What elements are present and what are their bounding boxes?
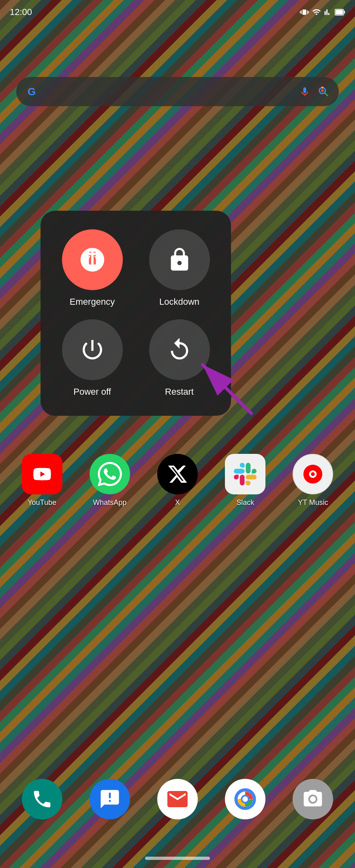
svg-line-5 — [325, 93, 327, 96]
search-bar[interactable]: G — [16, 77, 339, 106]
restart-label: Restart — [165, 387, 194, 397]
camera-app[interactable] — [293, 779, 333, 819]
emergency-button[interactable]: ((·)) Emergency — [53, 225, 132, 311]
status-icons — [300, 8, 345, 17]
whatsapp-app[interactable]: WhatsApp — [90, 454, 130, 507]
x-icon — [157, 454, 198, 494]
camera-icon — [293, 779, 333, 819]
svg-point-4 — [321, 89, 324, 92]
wifi-icon — [312, 8, 321, 17]
svg-point-13 — [311, 472, 315, 476]
app-row-1: YouTube WhatsApp X — [0, 454, 355, 507]
whatsapp-label: WhatsApp — [93, 498, 126, 507]
restart-button[interactable]: Restart — [140, 315, 219, 401]
svg-point-6 — [321, 87, 323, 89]
gmail-icon — [157, 779, 198, 819]
lockdown-label: Lockdown — [159, 297, 199, 307]
signal-icon — [324, 8, 331, 17]
slack-icon — [225, 454, 265, 494]
x-app[interactable]: X — [157, 454, 198, 507]
lockdown-button[interactable]: Lockdown — [140, 225, 219, 311]
phone-app[interactable] — [22, 779, 62, 819]
power-menu: ((·)) Emergency Lockdown Power off Resta… — [41, 211, 231, 416]
ytmusic-icon — [293, 454, 333, 494]
vibrate-icon — [300, 8, 309, 17]
phone-icon — [22, 779, 62, 819]
dim-overlay — [0, 0, 355, 868]
youtube-label: YouTube — [28, 498, 56, 507]
messages-app[interactable] — [90, 779, 130, 819]
messages-icon — [90, 779, 130, 819]
emergency-label: Emergency — [70, 297, 115, 307]
power-off-circle — [62, 319, 123, 380]
svg-point-17 — [242, 796, 248, 802]
x-label: X — [175, 498, 180, 507]
youtube-icon — [22, 454, 62, 494]
search-mic-icon[interactable] — [297, 84, 312, 99]
status-bar: 12:00 — [0, 0, 355, 24]
slack-app[interactable]: Slack — [225, 454, 265, 507]
emergency-circle: ((·)) — [62, 229, 123, 290]
ytmusic-label: YT Music — [298, 498, 328, 507]
search-lens-icon[interactable] — [316, 84, 331, 99]
status-time: 12:00 — [10, 7, 32, 17]
svg-rect-2 — [336, 10, 343, 14]
lockdown-circle — [149, 229, 210, 290]
slack-label: Slack — [236, 498, 254, 507]
chrome-icon — [225, 779, 265, 819]
whatsapp-icon — [90, 454, 130, 494]
youtube-app[interactable]: YouTube — [22, 454, 62, 507]
svg-text:((·)): ((·)) — [83, 254, 102, 267]
google-g-logo: G — [24, 84, 39, 99]
bottom-app-row — [0, 779, 355, 819]
svg-rect-1 — [344, 11, 345, 14]
power-off-label: Power off — [73, 387, 111, 397]
home-indicator[interactable] — [145, 857, 210, 860]
gmail-app[interactable] — [157, 779, 198, 819]
power-off-button[interactable]: Power off — [53, 315, 132, 401]
battery-icon — [335, 8, 345, 17]
chrome-app[interactable] — [225, 779, 265, 819]
ytmusic-app[interactable]: YT Music — [293, 454, 333, 507]
restart-circle — [149, 319, 210, 380]
